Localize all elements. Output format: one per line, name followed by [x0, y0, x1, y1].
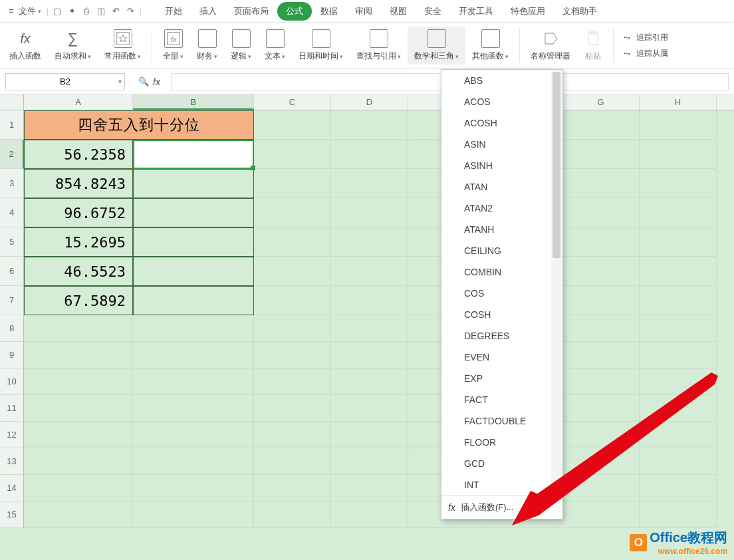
- selected-cell[interactable]: [133, 140, 254, 169]
- hamburger-icon[interactable]: ≡ 文件 ▾: [4, 4, 41, 19]
- cell[interactable]: [331, 422, 408, 448]
- row-header-2[interactable]: 2: [0, 140, 24, 169]
- scrollbar-thumb[interactable]: [552, 72, 560, 258]
- function-item-atanh[interactable]: ATANH: [441, 219, 562, 240]
- function-item-degrees[interactable]: DEGREES: [441, 325, 562, 347]
- data-cell-b3[interactable]: [133, 169, 254, 198]
- cell[interactable]: [640, 286, 717, 315]
- row-header-14[interactable]: 14: [0, 475, 24, 501]
- function-item-floor[interactable]: FLOOR: [441, 432, 562, 453]
- cell[interactable]: [640, 422, 717, 448]
- cell[interactable]: [133, 475, 254, 501]
- cell[interactable]: [331, 110, 408, 140]
- cell[interactable]: [331, 227, 408, 257]
- function-item-atan[interactable]: ATAN: [441, 176, 562, 198]
- cell[interactable]: [133, 342, 254, 368]
- cell[interactable]: [254, 198, 331, 227]
- cell[interactable]: [24, 422, 133, 448]
- cell[interactable]: [640, 395, 717, 422]
- row-header-6[interactable]: 6: [0, 257, 24, 286]
- cell[interactable]: [640, 257, 717, 286]
- column-header-B[interactable]: B: [133, 94, 254, 110]
- common-functions-button[interactable]: 常用函数▾: [98, 27, 148, 65]
- column-header-C[interactable]: C: [254, 94, 331, 110]
- cell[interactable]: [254, 395, 331, 422]
- cell[interactable]: [331, 198, 408, 227]
- insert-function-footer[interactable]: fx 插入函数(F)...: [441, 495, 562, 519]
- row-header-3[interactable]: 3: [0, 169, 24, 198]
- function-item-abs[interactable]: ABS: [441, 70, 562, 91]
- data-cell-a2[interactable]: 56.2358: [24, 140, 133, 169]
- row-header-9[interactable]: 9: [0, 342, 24, 368]
- cell[interactable]: [562, 140, 640, 169]
- cell[interactable]: [562, 422, 640, 448]
- cell[interactable]: [254, 315, 331, 342]
- tab-安全[interactable]: 安全: [416, 2, 450, 21]
- cell[interactable]: [133, 448, 254, 475]
- cell[interactable]: [24, 501, 133, 528]
- name-box[interactable]: B2 ▾: [5, 73, 125, 90]
- trace-precedents-button[interactable]: ⤳ 追踪引用: [620, 30, 668, 46]
- row-header-8[interactable]: 8: [0, 315, 24, 342]
- financial-button[interactable]: 财务▾: [190, 27, 224, 65]
- function-item-combin[interactable]: COMBIN: [441, 261, 562, 283]
- cell[interactable]: [254, 475, 331, 501]
- cell[interactable]: [640, 475, 717, 501]
- cell[interactable]: [331, 501, 408, 528]
- tab-视图[interactable]: 视图: [381, 2, 416, 21]
- cell[interactable]: [562, 198, 640, 227]
- math-trig-button[interactable]: 数学和三角▾: [408, 27, 465, 65]
- cell[interactable]: [562, 110, 640, 140]
- fill-handle[interactable]: [251, 166, 255, 170]
- cell[interactable]: [24, 395, 133, 422]
- cell[interactable]: [133, 501, 254, 528]
- tab-开始[interactable]: 开始: [156, 2, 191, 21]
- search-icon[interactable]: 🔍: [138, 76, 149, 86]
- chevron-down-icon[interactable]: ▾: [118, 78, 122, 85]
- cell[interactable]: [562, 501, 640, 528]
- cell[interactable]: [640, 140, 717, 169]
- all-functions-button[interactable]: fx 全部▾: [156, 27, 190, 65]
- cell[interactable]: [254, 368, 331, 395]
- function-item-acos[interactable]: ACOS: [441, 91, 562, 112]
- autosum-button[interactable]: ∑ 自动求和▾: [48, 27, 98, 65]
- fx-label[interactable]: fx: [153, 76, 160, 87]
- preview-icon[interactable]: ◫: [94, 4, 108, 19]
- cell[interactable]: [133, 368, 254, 395]
- cell[interactable]: [24, 368, 133, 395]
- cell[interactable]: [640, 169, 717, 198]
- logical-button[interactable]: 逻辑▾: [224, 27, 258, 65]
- cell[interactable]: [640, 227, 717, 257]
- name-manager-button[interactable]: 名称管理器: [524, 27, 577, 65]
- text-button[interactable]: 文本▾: [258, 27, 292, 65]
- tab-公式[interactable]: 公式: [277, 2, 312, 21]
- cell[interactable]: [254, 257, 331, 286]
- function-item-asinh[interactable]: ASINH: [441, 155, 562, 176]
- cell[interactable]: [24, 342, 133, 368]
- function-item-factdouble[interactable]: FACTDOUBLE: [441, 410, 562, 432]
- select-all-corner[interactable]: [0, 94, 24, 110]
- cell[interactable]: [133, 315, 254, 342]
- print-icon[interactable]: ⎙: [79, 4, 94, 19]
- cell[interactable]: [331, 140, 408, 169]
- data-cell-a6[interactable]: 46.5523: [24, 257, 133, 286]
- row-header-12[interactable]: 12: [0, 422, 24, 448]
- cell[interactable]: [331, 395, 408, 422]
- tab-页面布局[interactable]: 页面布局: [225, 2, 277, 21]
- cell[interactable]: [562, 395, 640, 422]
- function-item-atan2[interactable]: ATAN2: [441, 198, 562, 219]
- row-header-15[interactable]: 15: [0, 501, 24, 528]
- function-item-int[interactable]: INT: [441, 474, 562, 495]
- cell[interactable]: [331, 448, 408, 475]
- insert-function-button[interactable]: fx 插入函数: [3, 27, 48, 65]
- spreadsheet-grid[interactable]: ABCDGH 123456789101112131415 四舍五入到十分位 56…: [0, 94, 734, 560]
- cell[interactable]: [254, 286, 331, 315]
- cell[interactable]: [133, 422, 254, 448]
- function-item-cos[interactable]: COS: [441, 283, 562, 304]
- function-item-fact[interactable]: FACT: [441, 389, 562, 410]
- cell[interactable]: [640, 448, 717, 475]
- trace-dependents-button[interactable]: ⤳ 追踪从属: [620, 46, 668, 62]
- cell[interactable]: [562, 169, 640, 198]
- cell[interactable]: [562, 286, 640, 315]
- tab-插入[interactable]: 插入: [191, 2, 225, 21]
